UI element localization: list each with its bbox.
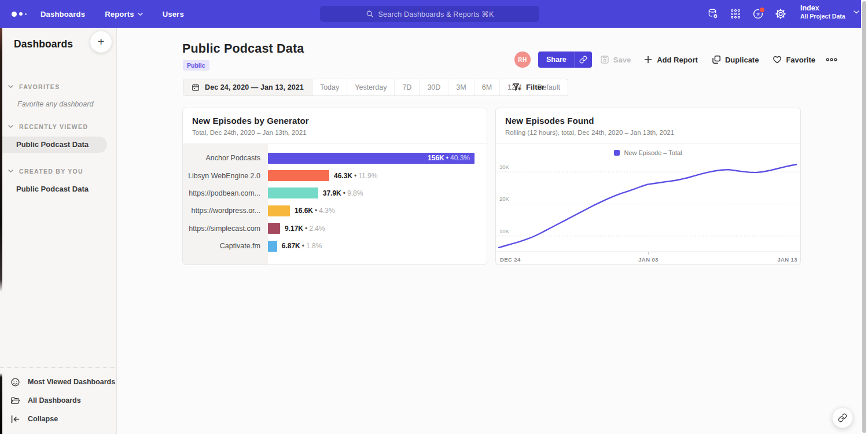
separator: •: [300, 242, 306, 250]
sidebar-footer-collapse[interactable]: Collapse: [0, 410, 116, 428]
y-axis-tick-label: 10K: [499, 228, 510, 234]
create-dashboard-button[interactable]: +: [90, 31, 112, 53]
filter-label: Filter: [526, 83, 545, 91]
bar-row: https://simplecast.com9.17K•2.4%: [183, 220, 487, 237]
nav-item-reports[interactable]: Reports: [105, 10, 143, 19]
bar-segment[interactable]: [268, 205, 290, 216]
favorite-button[interactable]: Favorite: [773, 55, 815, 64]
bar-segment[interactable]: [268, 223, 280, 234]
section-label: CREATED BY YOU: [19, 168, 83, 175]
footer-item-label: Collapse: [28, 415, 58, 423]
nav-item-users[interactable]: Users: [163, 10, 184, 19]
duplicate-icon: [712, 55, 721, 64]
chevron-down-icon: [138, 13, 143, 16]
data-sources-icon[interactable]: [707, 8, 719, 20]
line-chart-card: New Episodes Found Rolling (12 hours), t…: [495, 108, 801, 265]
bar-segment[interactable]: 156K•40.3%: [268, 153, 475, 164]
settings-icon[interactable]: [775, 8, 786, 20]
preset-3m[interactable]: 3M: [448, 79, 474, 95]
date-range-picker[interactable]: Dec 24, 2020 — Jan 13, 2021: [183, 79, 312, 95]
chart-subtitle: Rolling (12 hours), total, Dec 24th, 202…: [505, 129, 791, 136]
nav-item-dashboards[interactable]: Dashboards: [41, 10, 85, 19]
chart-title: New Episodes Found: [505, 116, 791, 126]
bar-value-label: 156K•40.3%: [428, 153, 470, 164]
sidebar-footer: Most Viewed DashboardsAll DashboardsColl…: [0, 367, 116, 434]
page-scrollbar[interactable]: [861, 0, 868, 434]
project-switcher[interactable]: Index All Project Data: [800, 4, 859, 20]
sidebar-sections: FAVORITESFavorite any dashboardRECENTLY …: [0, 83, 116, 197]
preset-30d[interactable]: 30D: [420, 79, 448, 95]
bar-row: Captivate.fm6.87K•1.8%: [183, 237, 487, 255]
more-options-button[interactable]: [826, 57, 837, 62]
add-report-button[interactable]: Add Report: [643, 55, 698, 64]
share-link-fab[interactable]: [832, 407, 853, 428]
card-header: New Episodes Found Rolling (12 hours), t…: [496, 108, 800, 144]
line-series[interactable]: [499, 164, 796, 248]
section-empty-text: Favorite any dashboard: [0, 90, 116, 108]
bar-percent: 40.3%: [450, 154, 470, 162]
bar-value-label: 46.3K•11.9%: [334, 172, 377, 180]
save-label: Save: [613, 56, 631, 64]
bar-value: 9.17K: [285, 225, 303, 233]
heart-icon: [773, 55, 782, 64]
folder-icon: [10, 396, 20, 406]
chevron-down-icon: [8, 125, 13, 128]
header-actions: RH Share Save Add Report Duplicate Favor…: [514, 52, 837, 68]
bar-segment[interactable]: [268, 187, 318, 198]
bar-segment[interactable]: [268, 241, 277, 252]
legend-swatch: [614, 150, 620, 156]
bar-chart-card: New Episodes by Generator Total, Dec 24t…: [182, 108, 487, 265]
section-label: FAVORITES: [19, 83, 60, 90]
save-button[interactable]: Save: [600, 55, 631, 64]
preset-7d[interactable]: 7D: [395, 79, 420, 95]
search-input[interactable]: Search Dashboards & Reports ⌘K: [320, 6, 539, 22]
smiley-icon: [10, 377, 20, 387]
scrollbar-thumb[interactable]: [862, 1, 866, 433]
bar-value-label: 16.6K•4.3%: [295, 207, 335, 215]
share-split-button: Share: [538, 52, 592, 68]
bar-track: 16.6K•4.3%: [268, 202, 487, 219]
main-content: Public Podcast Data Public RH Share Save…: [117, 28, 861, 434]
chevron-down-icon: [8, 170, 13, 172]
bar-category-label: Anchor Podcasts: [183, 154, 268, 162]
avatar[interactable]: RH: [514, 52, 531, 68]
help-icon[interactable]: ?: [752, 8, 764, 20]
card-header: New Episodes by Generator Total, Dec 24t…: [183, 108, 487, 144]
section-header[interactable]: FAVORITES: [0, 83, 116, 90]
preset-yesterday[interactable]: Yesterday: [347, 79, 395, 95]
bar-row: https://podbean.com...37.9K•9.8%: [183, 185, 487, 202]
bar-value: 156K: [428, 154, 444, 162]
share-button[interactable]: Share: [538, 52, 575, 68]
sidebar-item-public-podcast-data[interactable]: Public Podcast Data: [0, 181, 107, 197]
app-logo[interactable]: [12, 12, 27, 17]
preset-today[interactable]: Today: [312, 79, 347, 95]
separator: •: [303, 225, 309, 233]
bar-segment[interactable]: [268, 170, 329, 181]
nav-item-label: Reports: [105, 10, 134, 19]
collapse-icon: [10, 414, 20, 424]
separator: •: [444, 154, 450, 162]
bar-percent: 4.3%: [319, 207, 334, 215]
sidebar-section-0: FAVORITESFavorite any dashboard: [0, 83, 116, 108]
bar-track: 37.9K•9.8%: [268, 185, 487, 202]
notification-dot: [759, 7, 765, 13]
bar-row: Anchor Podcasts156K•40.3%: [183, 149, 487, 167]
section-header[interactable]: CREATED BY YOU: [0, 168, 116, 175]
filter-button[interactable]: Filter: [512, 79, 545, 95]
share-link-button[interactable]: [575, 52, 592, 68]
y-axis-tick-label: 20K: [499, 196, 510, 202]
bar-rows: Anchor Podcasts156K•40.3%Libsyn WebEngin…: [183, 149, 487, 255]
duplicate-button[interactable]: Duplicate: [712, 55, 759, 64]
sidebar-footer-most-viewed-dashboards[interactable]: Most Viewed Dashboards: [0, 373, 116, 391]
funnel-icon: [512, 83, 521, 91]
section-header[interactable]: RECENTLY VIEWED: [0, 123, 116, 130]
apps-grid-icon[interactable]: [730, 8, 741, 20]
project-scope: All Project Data: [800, 13, 845, 20]
preset-6m[interactable]: 6M: [475, 79, 500, 95]
logo-dot: [12, 12, 17, 17]
bar-category-label: https://podbean.com...: [183, 189, 268, 197]
sidebar-item-public-podcast-data[interactable]: Public Podcast Data: [0, 137, 107, 153]
x-axis-tick-label: JAN 03: [638, 256, 659, 263]
primary-nav: DashboardsReportsUsers: [41, 10, 184, 19]
sidebar-footer-all-dashboards[interactable]: All Dashboards: [0, 391, 116, 410]
